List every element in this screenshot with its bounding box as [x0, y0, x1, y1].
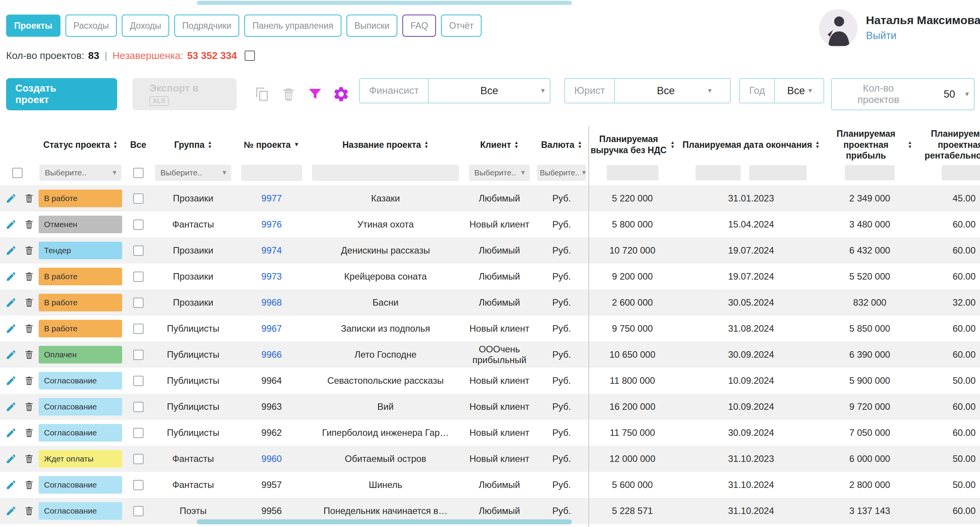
filter-select-group[interactable]: Выберите..▼	[155, 165, 231, 181]
toolbar-filter-select-0[interactable]: Все▼	[428, 79, 550, 103]
column-header-number[interactable]: № проекта▼	[236, 139, 307, 151]
filter-input-end-date-from[interactable]	[696, 165, 741, 180]
row-checkbox[interactable]	[133, 219, 144, 230]
row-checkbox[interactable]	[133, 402, 144, 412]
horizontal-scrollbar-top[interactable]	[197, 1, 572, 5]
export-xls-button[interactable]: Экспорт в XLS	[132, 78, 237, 110]
project-number-link[interactable]: 9967	[261, 323, 282, 334]
sort-icon[interactable]: ▲▼	[815, 141, 820, 149]
row-checkbox[interactable]	[133, 376, 144, 386]
toolbar-filter-select-3[interactable]: 50▼	[925, 79, 974, 110]
edit-button[interactable]	[5, 271, 17, 282]
column-header-client[interactable]: Клиент▲▼	[464, 139, 535, 151]
tab-4[interactable]: Панель управления	[244, 15, 341, 37]
delete-button[interactable]	[24, 453, 34, 464]
delete-button[interactable]	[24, 427, 34, 438]
tab-3[interactable]: Подрядчики	[174, 15, 239, 37]
edit-button[interactable]	[5, 193, 17, 204]
tab-1[interactable]: Расходы	[65, 15, 117, 37]
row-checkbox[interactable]	[133, 193, 144, 204]
edit-button[interactable]	[5, 401, 17, 412]
column-header-revenue[interactable]: Планируемая выручка без НДС▲▼	[588, 134, 676, 156]
toolbar-filter-select-1[interactable]: Все▼	[614, 79, 717, 103]
filter-select-client[interactable]: Выберите..▼	[469, 165, 530, 181]
sort-icon[interactable]: ▲▼	[207, 141, 212, 149]
row-checkbox[interactable]	[133, 298, 144, 308]
delete-selected-button[interactable]	[281, 87, 296, 102]
edit-button[interactable]	[5, 323, 17, 334]
edit-button[interactable]	[5, 219, 17, 230]
logout-link[interactable]: Выйти	[866, 30, 980, 42]
row-checkbox[interactable]	[133, 324, 144, 334]
delete-button[interactable]	[24, 375, 34, 386]
filter-input-end-date-to[interactable]	[749, 165, 807, 180]
column-header-currency[interactable]: Валюта▲▼	[535, 139, 588, 151]
project-number-link[interactable]: 9973	[261, 271, 282, 282]
row-checkbox[interactable]	[133, 245, 144, 256]
column-header-profit[interactable]: Планируемая проектная прибыль▲▼	[826, 128, 914, 161]
row-checkbox[interactable]	[133, 480, 144, 490]
edit-button[interactable]	[5, 479, 17, 491]
row-checkbox[interactable]	[133, 272, 144, 282]
column-header-name[interactable]: Название проекта▲▼	[307, 139, 464, 151]
delete-button[interactable]	[24, 245, 34, 256]
sort-icon[interactable]: ▲▼	[578, 141, 582, 149]
column-header-group[interactable]: Группа▲▼	[150, 139, 236, 151]
filter-all-checkbox[interactable]	[133, 168, 144, 178]
delete-button[interactable]	[24, 401, 34, 412]
edit-button[interactable]	[5, 245, 17, 256]
sort-icon[interactable]: ▲▼	[670, 141, 675, 149]
sort-icon[interactable]: ▲▼	[424, 141, 429, 149]
edit-button[interactable]	[5, 505, 17, 517]
delete-button[interactable]	[24, 297, 34, 308]
tab-5[interactable]: Выписки	[346, 15, 398, 37]
delete-button[interactable]	[24, 271, 34, 282]
project-number-link[interactable]: 9977	[261, 193, 282, 204]
tab-0[interactable]: Проекты	[6, 15, 60, 37]
column-header-status[interactable]: Статус проекта▲▼	[34, 139, 126, 151]
filter-input-profit[interactable]	[845, 165, 895, 180]
row-checkbox[interactable]	[133, 350, 144, 360]
project-number-link[interactable]: 9974	[261, 245, 282, 256]
horizontal-scrollbar-bottom[interactable]	[197, 519, 572, 524]
filter-input-margin[interactable]	[942, 165, 980, 180]
avatar[interactable]	[819, 9, 858, 47]
unfinished-checkbox[interactable]	[245, 51, 255, 61]
edit-button[interactable]	[5, 453, 17, 465]
filter-select-currency[interactable]: Выберите..▼	[537, 165, 586, 181]
edit-button[interactable]	[5, 427, 17, 439]
delete-button[interactable]	[24, 193, 34, 204]
project-number-link[interactable]: 9976	[261, 219, 282, 230]
edit-button[interactable]	[5, 297, 17, 308]
tab-2[interactable]: Доходы	[122, 15, 169, 37]
column-header-end-date[interactable]: Планируемая дата окончания▲▼	[676, 139, 826, 151]
sort-icon[interactable]: ▲▼	[113, 141, 118, 149]
sort-icon[interactable]: ▲▼	[908, 141, 912, 149]
filter-input-revenue[interactable]	[607, 165, 658, 180]
row-checkbox[interactable]	[133, 428, 144, 438]
select-all-checkbox[interactable]	[12, 168, 23, 178]
create-project-button[interactable]: Создать проект	[6, 78, 117, 110]
delete-button[interactable]	[24, 480, 34, 490]
edit-button[interactable]	[5, 375, 17, 386]
filter-select-status[interactable]: Выберите..▼	[39, 165, 121, 181]
row-checkbox[interactable]	[133, 506, 144, 516]
filter-input-name[interactable]	[312, 165, 459, 181]
settings-button[interactable]	[332, 85, 350, 103]
delete-button[interactable]	[24, 219, 34, 230]
filter-input-number[interactable]	[241, 165, 302, 181]
filter-button[interactable]	[307, 86, 323, 102]
toolbar-filter-select-2[interactable]: Все▼	[774, 79, 817, 103]
project-number-link[interactable]: 9966	[261, 349, 282, 360]
delete-button[interactable]	[24, 349, 34, 360]
edit-button[interactable]	[5, 349, 17, 360]
copy-button[interactable]	[254, 87, 270, 102]
project-number-link[interactable]: 9960	[261, 453, 282, 464]
tab-7[interactable]: Отчёт	[441, 15, 482, 37]
project-number-link[interactable]: 9968	[261, 297, 282, 308]
tab-6[interactable]: FAQ	[402, 15, 436, 37]
column-header-margin[interactable]: Планируемая проектная рентабельность▲▼	[914, 128, 980, 161]
sort-desc-icon[interactable]: ▼	[294, 141, 299, 148]
sort-icon[interactable]: ▲▼	[514, 141, 519, 149]
delete-button[interactable]	[24, 323, 34, 334]
